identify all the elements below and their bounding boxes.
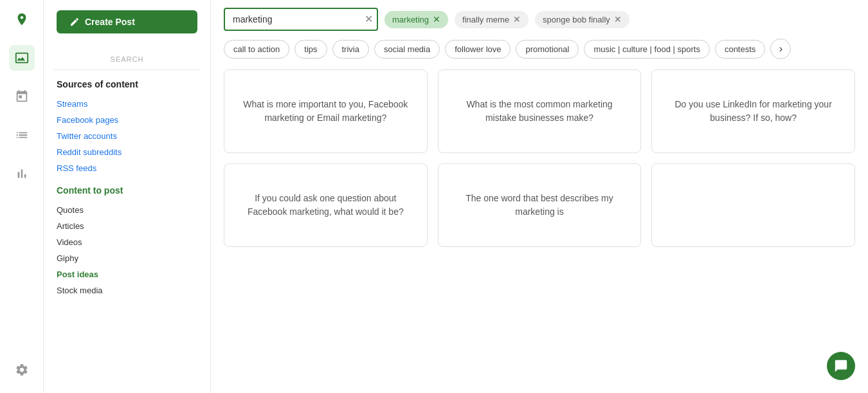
search-area: ✕ marketing ✕ finally meme ✕ sponge bob … [211, 0, 868, 31]
sidebar-item-facebook[interactable]: Facebook pages [44, 112, 210, 128]
tag-finally-meme-close[interactable]: ✕ [513, 15, 521, 24]
icon-bar [0, 0, 44, 393]
tag-marketing-close[interactable]: ✕ [433, 15, 440, 24]
tag-marketing[interactable]: marketing ✕ [384, 11, 448, 28]
create-post-button[interactable]: Create Post [57, 10, 197, 33]
settings-icon[interactable] [9, 357, 35, 383]
tag-sponge-bob[interactable]: sponge bob finally ✕ [535, 11, 629, 28]
search-input[interactable] [224, 8, 378, 31]
sidebar-item-reddit[interactable]: Reddit subreddits [44, 144, 210, 160]
filter-follower-love[interactable]: follower love [445, 40, 511, 59]
tag-finally-meme[interactable]: finally meme ✕ [455, 11, 529, 28]
content-title: Content to post [44, 185, 210, 202]
card-0[interactable]: What is more important to you, Facebook … [224, 69, 428, 153]
divider-1 [54, 69, 200, 70]
filter-trivia[interactable]: trivia [332, 40, 369, 59]
sources-title: Sources of content [44, 79, 210, 96]
filter-next-button[interactable]: › [770, 39, 791, 59]
filter-tips[interactable]: tips [294, 40, 327, 59]
sidebar-item-streams[interactable]: Streams [44, 96, 210, 112]
list-icon[interactable] [9, 122, 35, 148]
sidebar-item-stock-media[interactable]: Stock media [44, 282, 210, 298]
filter-contests[interactable]: contests [715, 40, 765, 59]
filter-music-culture[interactable]: music | culture | food | sports [584, 40, 709, 59]
card-5[interactable] [651, 163, 855, 247]
filter-promotional[interactable]: promotional [516, 40, 579, 59]
sidebar-item-videos[interactable]: Videos [44, 234, 210, 250]
filter-social-media[interactable]: social media [374, 40, 440, 59]
filter-bar: call to action tips trivia social media … [211, 31, 868, 59]
sidebar-item-giphy[interactable]: Giphy [44, 250, 210, 266]
card-1[interactable]: What is the most common marketing mistak… [438, 69, 642, 153]
image-icon[interactable] [9, 45, 35, 71]
logo-icon[interactable] [9, 6, 35, 32]
sidebar: Create Post SEARCH Sources of content St… [44, 0, 211, 393]
sidebar-item-articles[interactable]: Articles [44, 218, 210, 234]
cards-grid: What is more important to you, Facebook … [211, 59, 868, 393]
sidebar-item-rss[interactable]: RSS feeds [44, 160, 210, 176]
search-input-wrapper: ✕ [224, 8, 378, 31]
card-3[interactable]: If you could ask one question about Face… [224, 163, 428, 247]
card-2[interactable]: Do you use LinkedIn for marketing your b… [651, 69, 855, 153]
main-content: ✕ marketing ✕ finally meme ✕ sponge bob … [211, 0, 868, 393]
tag-sponge-bob-close[interactable]: ✕ [614, 15, 622, 24]
sidebar-item-twitter[interactable]: Twitter accounts [44, 128, 210, 144]
search-clear-button[interactable]: ✕ [365, 14, 373, 24]
search-label: SEARCH [44, 44, 210, 69]
calendar-icon[interactable] [9, 84, 35, 109]
card-4[interactable]: The one word that best describes my mark… [438, 163, 642, 247]
sidebar-item-post-ideas[interactable]: Post ideas [44, 266, 210, 282]
filter-call-to-action[interactable]: call to action [224, 40, 289, 59]
chart-icon[interactable] [9, 161, 35, 187]
chat-bubble-button[interactable] [827, 352, 855, 380]
sidebar-item-quotes[interactable]: Quotes [44, 202, 210, 218]
